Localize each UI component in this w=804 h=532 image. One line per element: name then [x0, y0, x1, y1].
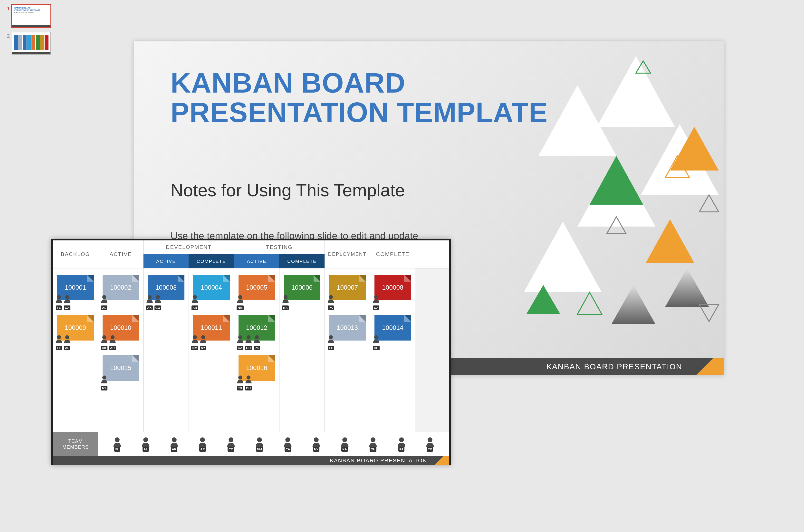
lane[interactable]: 100007 PA100013 TX [325, 268, 370, 432]
kanban-card[interactable]: 100004 AR [193, 275, 230, 300]
team-member: CO [224, 436, 238, 452]
svg-point-24 [102, 376, 106, 380]
svg-point-33 [255, 336, 259, 339]
svg-marker-10 [526, 285, 560, 314]
kanban-card[interactable]: 100013 TX [329, 315, 366, 341]
svg-point-27 [193, 295, 197, 299]
thumb-number: 2 [5, 32, 10, 39]
team-member: AL [138, 436, 153, 452]
person-icon: AR [190, 294, 200, 310]
card-id: 100004 [201, 284, 222, 291]
card-id: 100006 [292, 284, 313, 291]
svg-marker-9 [612, 285, 655, 324]
card-id: 100005 [246, 284, 267, 291]
person-icon: CO [371, 335, 381, 351]
kanban-card[interactable]: 100011 NM NY [193, 315, 230, 341]
svg-point-21 [102, 295, 106, 299]
lane[interactable]: 100003 AK CO [144, 268, 189, 432]
svg-point-35 [246, 376, 250, 380]
person-icon: AR [108, 335, 118, 351]
thumb-preview: KANBAN BOARDPRESENTATION TEMPLATE Notes … [12, 5, 51, 27]
team-member: OH [366, 436, 380, 452]
svg-marker-6 [670, 127, 719, 171]
lane[interactable]: 100008 CA100014 CO [370, 268, 415, 432]
kanban-card[interactable]: 100014 CO [374, 315, 411, 341]
kanban-card[interactable]: 100006 KA [284, 275, 320, 300]
svg-point-32 [246, 336, 250, 339]
col-testing: TESTING [234, 241, 324, 254]
svg-marker-5 [590, 156, 643, 205]
team-member: AK [167, 436, 182, 452]
card-id: 100015 [110, 364, 131, 372]
kanban-footer: KANBAN BOARD PRESENTATION [53, 456, 449, 465]
svg-point-30 [238, 295, 242, 299]
card-id: 100016 [246, 364, 267, 372]
team-footer: TEAMMEMBERS FL AL AK AR CO NM CA NY KA O… [53, 432, 449, 456]
kanban-card[interactable]: 100016 TX OH [239, 355, 275, 381]
subcol-dev-active: ACTIVE [144, 254, 189, 268]
svg-point-36 [283, 295, 287, 299]
lane[interactable]: 100002 AL100010 AK AR100015 NY [98, 268, 144, 432]
person-icon: KA [280, 294, 291, 310]
svg-point-41 [115, 437, 119, 442]
svg-marker-12 [665, 156, 690, 178]
svg-marker-7 [646, 219, 694, 263]
thumbnail-2[interactable]: 2 [5, 32, 58, 55]
kanban-header: BACKLOG ACTIVE DEVELOPMENT ACTIVE COMPLE… [53, 241, 449, 268]
kanban-footer-text: KANBAN BOARD PRESENTATION [330, 456, 427, 465]
svg-marker-8 [665, 268, 709, 307]
card-id: 100007 [337, 284, 358, 291]
lane[interactable]: 100005 NM100012 KA OH PA100016 TX OH [234, 268, 279, 432]
kanban-board[interactable]: BACKLOG ACTIVE DEVELOPMENT ACTIVE COMPLE… [51, 239, 451, 465]
col-complete: COMPLETE [370, 241, 415, 268]
svg-marker-3 [641, 124, 719, 195]
svg-point-20 [65, 336, 69, 339]
person-icon: NY [198, 335, 208, 351]
card-id: 100002 [110, 284, 131, 291]
person-icon: CO [153, 294, 163, 310]
kanban-card[interactable]: 100007 PA [329, 275, 366, 300]
col-backlog: BACKLOG [53, 241, 98, 268]
thumb-preview [12, 32, 51, 55]
svg-point-45 [228, 437, 233, 442]
team-member: NM [252, 436, 267, 452]
svg-marker-15 [577, 292, 602, 314]
kanban-card[interactable]: 100008 CA [374, 275, 411, 300]
svg-point-44 [200, 437, 205, 442]
slide-subtitle: Notes for Using This Template [171, 180, 405, 200]
svg-point-39 [374, 295, 378, 299]
kanban-card[interactable]: 100015 NY [102, 355, 139, 381]
team-member: NY [309, 436, 323, 452]
kanban-card[interactable]: 100001 FL CA [57, 275, 94, 300]
svg-point-26 [156, 295, 160, 299]
kanban-card[interactable]: 100010 AK AR [102, 315, 139, 341]
card-id: 100010 [110, 324, 131, 331]
kanban-card[interactable]: 100009 FL AL [57, 315, 94, 341]
slide-thumbnails: 1 KANBAN BOARDPRESENTATION TEMPLATE Note… [5, 5, 58, 59]
lane[interactable]: 100001 FL CA100009 FL AL [53, 268, 98, 432]
kanban-card[interactable]: 100003 AK CO [148, 275, 184, 300]
svg-point-48 [314, 437, 319, 442]
thumbnail-1[interactable]: 1 KANBAN BOARDPRESENTATION TEMPLATE Note… [5, 5, 58, 27]
svg-marker-13 [607, 217, 626, 234]
kanban-card[interactable]: 100012 KA OH PA [239, 315, 275, 341]
card-id: 100014 [382, 324, 404, 331]
card-id: 100008 [382, 284, 404, 291]
team-member: PA [394, 436, 409, 452]
thumb-number: 1 [5, 5, 10, 12]
svg-marker-11 [636, 61, 651, 73]
svg-point-38 [329, 336, 333, 339]
svg-point-51 [399, 437, 404, 442]
footer-text: KANBAN BOARD PRESENTATION [546, 358, 682, 375]
subcol-test-active: ACTIVE [234, 254, 279, 268]
lane[interactable]: 100006 KA [279, 268, 325, 432]
team-member: FL [110, 436, 125, 452]
subcol-dev-complete: COMPLETE [189, 254, 234, 268]
svg-point-50 [371, 437, 375, 442]
svg-marker-4 [524, 222, 602, 292]
slide-title: KANBAN BOARD PRESENTATION TEMPLATE [171, 68, 548, 127]
kanban-card[interactable]: 100005 NM [239, 275, 275, 300]
person-icon: PA [252, 335, 262, 351]
lane[interactable]: 100004 AR100011 NM NY [189, 268, 234, 432]
kanban-card[interactable]: 100002 AL [102, 275, 139, 300]
